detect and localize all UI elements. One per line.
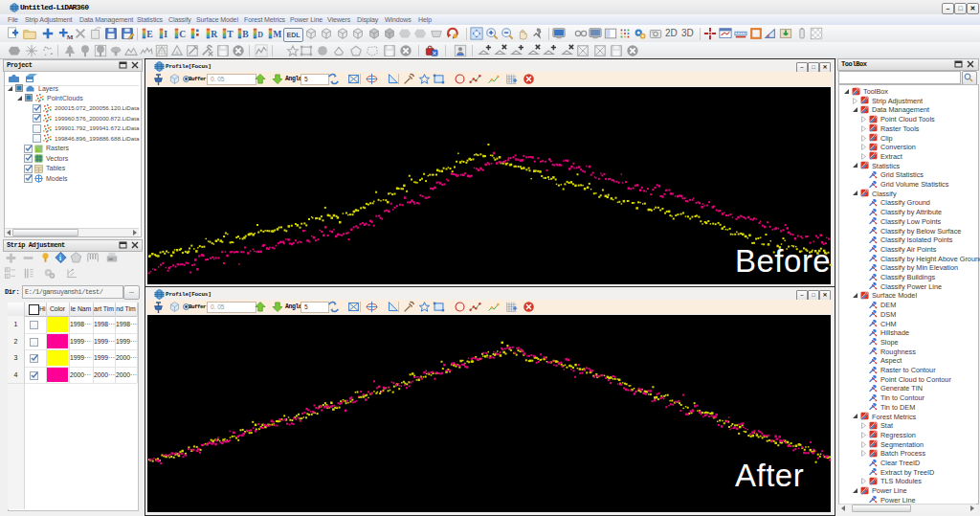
svg-text:o: o	[768, 33, 770, 38]
svg-text:B: B	[242, 29, 249, 39]
svg-text:M: M	[67, 34, 74, 41]
svg-text:M: M	[273, 29, 281, 39]
svg-text:R: R	[211, 29, 218, 39]
svg-text:E: E	[146, 29, 152, 39]
svg-text:I: I	[164, 29, 167, 39]
svg-text:i: i	[59, 254, 61, 262]
svg-text:D: D	[257, 31, 263, 39]
svg-text:T: T	[227, 29, 234, 39]
svg-text:C: C	[179, 29, 186, 39]
svg-text:A: A	[175, 50, 179, 56]
